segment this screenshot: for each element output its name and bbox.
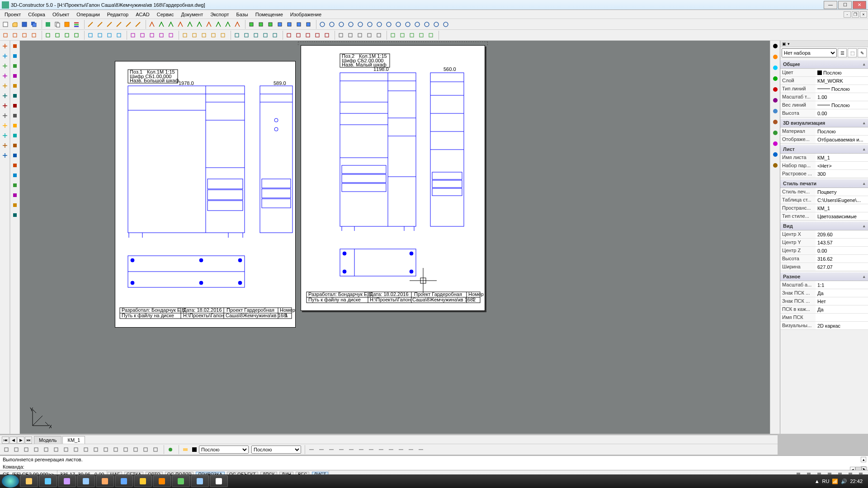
section-view[interactable]: Вид▴ [780, 221, 868, 230]
lt2-btn-0[interactable] [10, 42, 19, 51]
tray-vol-icon[interactable]: 🔊 [841, 479, 847, 484]
bt-grp2-9[interactable] [396, 445, 406, 454]
bt-grp2-2[interactable] [327, 445, 336, 454]
toolbar1-grp2-9[interactable] [233, 20, 242, 29]
toolbar2-g3-b4[interactable] [166, 31, 175, 40]
toolbar2-g6-b3[interactable] [313, 31, 322, 40]
taskbar-app-6[interactable] [134, 475, 152, 487]
val-sheetname[interactable]: КМ_1 [816, 154, 868, 161]
lt2-btn-12[interactable] [10, 161, 19, 170]
save-all-icon[interactable] [29, 20, 38, 29]
taskbar-app-1[interactable] [39, 475, 57, 487]
bt-btn-0[interactable] [2, 445, 11, 454]
toolbar1-grp3-2[interactable] [266, 20, 275, 29]
toolbar1-grp4-13[interactable] [441, 20, 450, 29]
bt-extra1[interactable] [166, 445, 175, 454]
mdi-close[interactable]: × [860, 11, 867, 18]
rt-btn-5[interactable] [771, 96, 780, 105]
menu-service[interactable]: Сервис [153, 11, 178, 18]
val-pset[interactable]: <Нет> [816, 162, 868, 169]
new-icon[interactable] [1, 20, 10, 29]
lt2-btn-17[interactable] [10, 211, 19, 220]
section-general[interactable]: Общие▴ [780, 60, 868, 69]
toolbar2-g7-b3[interactable] [365, 31, 374, 40]
tab-nav-prev[interactable]: ◀ [9, 436, 17, 444]
val-material[interactable]: Послою [816, 127, 868, 135]
props-btn-3[interactable]: ✎ [858, 48, 867, 57]
bt-btn-14[interactable] [141, 445, 150, 454]
lt1-btn-0[interactable] [0, 42, 9, 51]
rt-btn-8[interactable] [771, 128, 780, 137]
section-sheet[interactable]: Лист▴ [780, 145, 868, 154]
val-dpi[interactable]: 300 [816, 170, 868, 178]
toolbar1-btn-5[interactable] [133, 20, 142, 29]
taskbar-app-0[interactable] [20, 475, 38, 487]
lt2-btn-6[interactable] [10, 101, 19, 110]
toolbar1-grp4-10[interactable] [413, 20, 422, 29]
rt-btn-0[interactable] [771, 42, 780, 51]
toolbar2-g0-b0[interactable] [1, 31, 10, 40]
toolbar1-grp4-3[interactable] [346, 20, 355, 29]
bt-btn-12[interactable] [121, 445, 130, 454]
close-button[interactable]: ✕ [853, 1, 866, 9]
toolbar2-g6-b1[interactable] [294, 31, 303, 40]
toolbar2-g7-b2[interactable] [355, 31, 364, 40]
rt-btn-9[interactable] [771, 139, 780, 148]
bt-grp2-1[interactable] [317, 445, 326, 454]
rt-btn-2[interactable] [771, 63, 780, 72]
toolbar1-grp2-5[interactable] [195, 20, 204, 29]
val-ucsname[interactable] [816, 314, 868, 321]
tab-model[interactable]: Модель [34, 436, 61, 444]
lt1-btn-3[interactable] [0, 71, 9, 80]
menu-room[interactable]: Помещение [252, 11, 287, 18]
bt-grp2-3[interactable] [337, 445, 346, 454]
toolbar1-grp4-6[interactable] [375, 20, 384, 29]
toolbar1-grp3-0[interactable] [247, 20, 256, 29]
lt1-btn-1[interactable] [0, 52, 9, 61]
bt-grp2-0[interactable] [307, 445, 316, 454]
lt1-btn-10[interactable] [0, 141, 9, 150]
lt2-btn-8[interactable] [10, 121, 19, 130]
menu-editor[interactable]: Редактор [104, 11, 132, 18]
rt-btn-1[interactable] [771, 52, 780, 61]
open-icon[interactable] [10, 20, 19, 29]
val-vw[interactable]: 627.07 [816, 263, 868, 271]
tab-nav-last[interactable]: ⏭ [25, 436, 32, 444]
toolbar2-g1-b3[interactable] [72, 31, 81, 40]
taskbar-app-7[interactable] [153, 475, 171, 487]
bt-grp2-7[interactable] [377, 445, 386, 454]
val-cy[interactable]: 143.57 [816, 239, 868, 246]
lt2-btn-15[interactable] [10, 191, 19, 200]
rt-btn-10[interactable] [771, 150, 780, 159]
toolbar1-btn-0[interactable] [86, 20, 95, 29]
toolbar2-g2-b2[interactable] [105, 31, 114, 40]
bt-btn-2[interactable] [22, 445, 31, 454]
rt-btn-4[interactable] [771, 85, 780, 94]
maximize-button[interactable]: ☐ [838, 1, 852, 9]
menu-bases[interactable]: Базы [233, 11, 252, 18]
bt-grp2-5[interactable] [357, 445, 366, 454]
toolbar2-g4-b4[interactable] [218, 31, 227, 40]
val-cz[interactable]: 0.00 [816, 247, 868, 254]
props-menu-icon[interactable]: ▾ [788, 42, 790, 46]
toolbar1-grp3-1[interactable] [256, 20, 265, 29]
toolbar2-g1-b2[interactable] [62, 31, 71, 40]
toolbar1-grp2-3[interactable] [176, 20, 185, 29]
toolbar2-g7-b4[interactable] [374, 31, 383, 40]
lt2-btn-1[interactable] [10, 52, 19, 61]
taskbar-app-3[interactable] [77, 475, 95, 487]
val-ucs3[interactable]: Да [816, 305, 868, 313]
menu-object[interactable]: Объект [49, 11, 73, 18]
toolbar1-grp4-7[interactable] [384, 20, 393, 29]
toolbar2-g4-b1[interactable] [190, 31, 199, 40]
toolbar1-btn-1[interactable] [95, 20, 104, 29]
rt-btn-11[interactable] [771, 161, 780, 170]
toolbar2-g8-b1[interactable] [398, 31, 407, 40]
bt-btn-13[interactable] [131, 445, 140, 454]
menu-export[interactable]: Экспорт [207, 11, 232, 18]
selection-set-dropdown[interactable]: Нет набора [782, 48, 837, 57]
tab-nav-first[interactable]: ⏮ [2, 436, 9, 444]
toolbar1-grp4-8[interactable] [394, 20, 403, 29]
toolbar2-g4-b2[interactable] [199, 31, 208, 40]
toolbar1-grp2-8[interactable] [223, 20, 232, 29]
